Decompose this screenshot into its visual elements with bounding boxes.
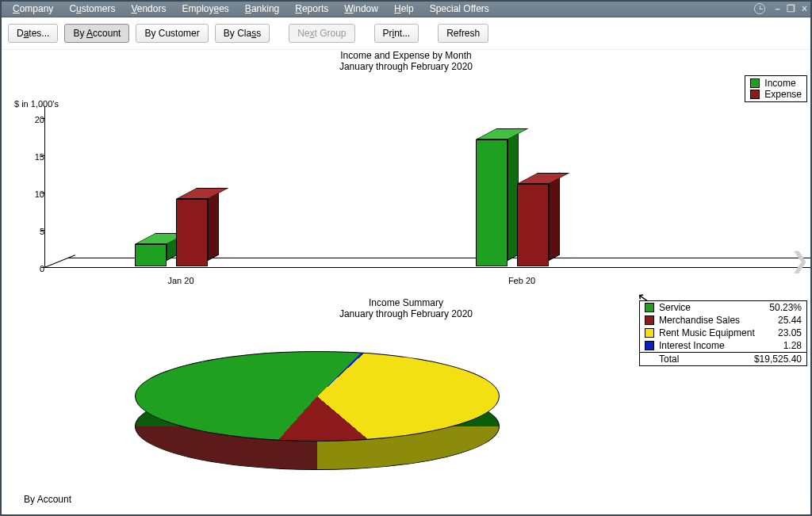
pie-chart: Income Summary January through February … bbox=[0, 297, 812, 503]
pie-label-merch: Merchandise Sales bbox=[659, 315, 773, 326]
y-tick-5: 5 bbox=[22, 227, 44, 236]
y-tick-15: 15 bbox=[22, 152, 44, 162]
menu-company[interactable]: Company bbox=[5, 2, 61, 16]
pie-swatch-interest bbox=[645, 341, 654, 350]
bar-chart-subtitle: January through February 2020 bbox=[0, 61, 812, 72]
pie-swatch-merch bbox=[645, 315, 654, 325]
bar-chart-legend: Income Expense bbox=[745, 75, 807, 102]
by-account-button[interactable]: By Account bbox=[64, 24, 129, 43]
bar-chart-title: Income and Expense by Month bbox=[0, 50, 812, 61]
legend-swatch-income bbox=[750, 78, 760, 88]
window-minimize-button[interactable]: – bbox=[775, 3, 780, 14]
pie-total-label: Total bbox=[659, 354, 749, 365]
pie-top bbox=[135, 351, 500, 441]
window-close-button[interactable]: × bbox=[802, 3, 807, 14]
y-tick-0: 0 bbox=[22, 264, 44, 273]
pie-value-merch: 25.44 bbox=[778, 315, 802, 326]
x-tick-jan: Jan 20 bbox=[149, 276, 213, 285]
menu-help[interactable]: Help bbox=[386, 2, 422, 16]
y-tick-20: 20 bbox=[22, 115, 44, 124]
menu-reports[interactable]: Reports bbox=[287, 2, 336, 16]
next-group-button: Next Group bbox=[289, 24, 354, 43]
view-mode-label: By Account bbox=[24, 494, 71, 505]
report-toolbar: Dates... By Account By Customer By Class… bbox=[0, 17, 812, 50]
pie-value-service: 50.23% bbox=[769, 302, 802, 313]
refresh-button[interactable]: Refresh bbox=[438, 24, 488, 43]
x-tick-feb: Feb 20 bbox=[490, 276, 553, 285]
pie-3d bbox=[135, 337, 500, 495]
menu-special-offers[interactable]: Special Offers bbox=[422, 2, 497, 16]
pie-value-rent: 23.05 bbox=[778, 327, 802, 338]
legend-label-expense: Expense bbox=[764, 89, 802, 100]
menu-vendors[interactable]: Vendors bbox=[123, 2, 174, 16]
y-axis-label: $ in 1,000's bbox=[14, 99, 59, 109]
pie-label-service: Service bbox=[659, 302, 764, 313]
pie-swatch-rent bbox=[645, 328, 654, 338]
next-page-arrow-icon[interactable]: ❯ bbox=[791, 247, 809, 273]
pie-label-interest: Interest Income bbox=[659, 340, 779, 351]
pie-value-interest: 1.28 bbox=[783, 340, 802, 351]
dates-button[interactable]: Dates... bbox=[8, 24, 58, 43]
by-class-button[interactable]: By Class bbox=[215, 24, 270, 43]
by-customer-button[interactable]: By Customer bbox=[136, 24, 208, 43]
pie-legend: Service50.23% Merchandise Sales25.44 Ren… bbox=[639, 300, 807, 366]
menu-bar: Company Customers Vendors Employees Bank… bbox=[0, 0, 812, 17]
menu-employees[interactable]: Employees bbox=[174, 2, 236, 16]
y-tick-10: 10 bbox=[22, 189, 44, 199]
menu-customers[interactable]: Customers bbox=[61, 2, 123, 16]
reminder-clock-icon[interactable] bbox=[754, 3, 765, 14]
menu-banking[interactable]: Banking bbox=[237, 2, 287, 16]
window-restore-button[interactable]: ❐ bbox=[787, 3, 795, 14]
pie-label-rent: Rent Music Equipment bbox=[659, 327, 773, 338]
print-button[interactable]: Print... bbox=[374, 24, 419, 43]
pie-total-value: $19,525.40 bbox=[754, 354, 802, 365]
legend-swatch-expense bbox=[750, 90, 760, 99]
legend-label-income: Income bbox=[764, 78, 795, 89]
bar-chart: Income Expense $ in 1,000's 0 5 10 15 20 bbox=[0, 75, 812, 297]
menu-window[interactable]: Window bbox=[336, 2, 386, 16]
